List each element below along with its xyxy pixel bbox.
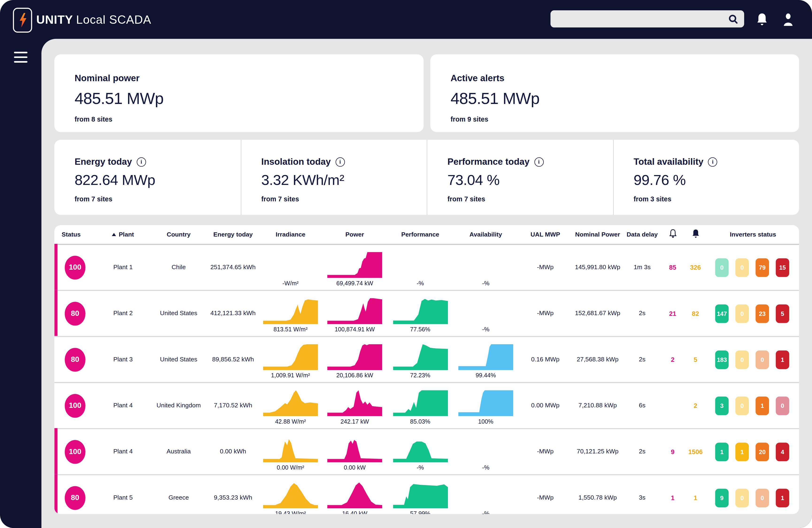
sparkline-chart xyxy=(263,343,318,370)
status-cell: 100 xyxy=(55,440,96,464)
inverter-status-chip: 9 xyxy=(715,488,728,507)
column-header-inverters-status[interactable]: Inverters status xyxy=(707,231,799,238)
inverters-status-cell: 1470235 xyxy=(707,304,799,323)
power-value: 16.40 kW xyxy=(342,510,367,514)
inverters-status-cell: 183001 xyxy=(707,350,799,369)
availability-cell: -% xyxy=(453,479,518,514)
status-badge: 80 xyxy=(65,348,85,371)
column-header-irradiance[interactable]: Irradiance xyxy=(259,231,322,238)
status-badge: 100 xyxy=(65,440,85,464)
sparkline-chart xyxy=(263,389,318,416)
table-row[interactable]: 100Plant 4Australia0.00 kWh0.00 W/m²0.00… xyxy=(55,428,799,474)
search-icon[interactable] xyxy=(727,13,739,25)
inverters-status-cell: 3010 xyxy=(707,396,799,415)
irradiance-value: 0.00 W/m² xyxy=(277,464,304,471)
nominal-power-value: 152,681.67 kWp xyxy=(572,309,623,318)
availability-value: -% xyxy=(482,510,490,514)
performance-value: 72.23% xyxy=(410,371,430,379)
user-profile-icon[interactable] xyxy=(782,0,794,39)
total-alarms-count: 1506 xyxy=(684,448,707,455)
card-label: Nominal power xyxy=(75,73,424,84)
column-header-alarms-filled[interactable] xyxy=(684,229,707,240)
column-header-country[interactable]: Country xyxy=(150,231,207,238)
data-delay-value: 6s xyxy=(623,401,661,410)
card-value: 485.51 MWp xyxy=(75,90,424,108)
sparkline-chart xyxy=(327,481,382,508)
column-header-plant[interactable]: Plant xyxy=(96,231,150,238)
ual-mwp-value: 0.16 MWp xyxy=(518,355,572,364)
availability-value: -% xyxy=(482,325,490,333)
column-header-energy-today[interactable]: Energy today xyxy=(207,231,259,238)
table-row[interactable]: 80Plant 2United States412,121.33 kWh813.… xyxy=(55,290,799,336)
ual-mwp-value: -MWp xyxy=(518,263,572,271)
search-input[interactable] xyxy=(551,15,727,23)
total-alarms-count: 326 xyxy=(684,264,707,271)
availability-value: 100% xyxy=(478,417,493,425)
inverter-status-chip: 0 xyxy=(756,350,769,369)
inverter-status-chip: 0 xyxy=(736,350,749,369)
inverter-status-chip: 0 xyxy=(736,258,749,277)
notifications-bell-icon[interactable] xyxy=(757,0,767,39)
table-row[interactable]: 80Plant 3United States89,856.52 kWh1,009… xyxy=(55,336,799,382)
info-icon[interactable] xyxy=(335,157,345,166)
column-header-availability[interactable]: Availability xyxy=(453,231,518,238)
column-header-nominal-power[interactable]: Nominal Power xyxy=(572,231,623,238)
metric-value: 3.32 KWh/m² xyxy=(261,172,427,188)
inverter-status-chip: 183 xyxy=(715,350,728,369)
card-subtext: from 9 sites xyxy=(450,115,799,123)
menu-icon[interactable] xyxy=(14,52,28,63)
performance-cell: 77.56% xyxy=(387,294,453,333)
table-row[interactable]: 100Plant 1Chile251,374.65 kWh-W/m²69,499… xyxy=(55,245,799,290)
total-alarms-count: 82 xyxy=(684,310,707,317)
bell-filled-icon xyxy=(692,229,699,239)
metric-energy-today: Energy today 822.64 MWp from 7 sites xyxy=(55,140,241,215)
inverter-status-chip: 1 xyxy=(756,396,769,415)
ual-mwp-value: 0.00 MWp xyxy=(518,401,572,410)
status-badge: 100 xyxy=(65,255,85,279)
availability-cell: -% xyxy=(453,294,518,333)
search-box[interactable] xyxy=(551,10,744,27)
inverters-status-cell: 11204 xyxy=(707,442,799,461)
app-window: UNITYLocal SCADA Nominal power 485.51 MW… xyxy=(0,0,812,528)
availability-value: 99.44% xyxy=(476,371,496,379)
info-icon[interactable] xyxy=(534,157,544,166)
sparkline-chart xyxy=(393,343,448,370)
table-row[interactable]: 100Plant 4United Kingdom7,170.52 kWh42.8… xyxy=(55,382,799,428)
inverter-status-chip: 1 xyxy=(715,442,728,461)
metric-label: Total availability xyxy=(634,156,704,167)
performance-cell: 85.03% xyxy=(387,386,453,425)
country: United States xyxy=(150,355,207,364)
inverter-status-chip: 0 xyxy=(736,304,749,323)
column-header-power[interactable]: Power xyxy=(322,231,387,238)
irradiance-cell: 813.51 W/m² xyxy=(259,294,322,333)
plant-name: Plant 5 xyxy=(96,494,150,502)
plant-name: Plant 4 xyxy=(96,448,150,456)
performance-cell: -% xyxy=(387,432,453,471)
card-label: Active alerts xyxy=(450,73,799,84)
status-cell: 100 xyxy=(55,394,96,417)
plant-name: Plant 1 xyxy=(96,263,150,271)
info-icon[interactable] xyxy=(708,157,717,166)
energy-today-value: 7,170.52 kWh xyxy=(207,401,259,410)
sparkline-chart xyxy=(263,481,318,508)
table-row[interactable]: 80Plant 5Greece9,353.23 kWh19.43 W/m²16.… xyxy=(55,474,799,514)
sparkline-chart xyxy=(327,251,382,278)
status-badge: 80 xyxy=(65,486,85,510)
column-header-data-delay[interactable]: Data delay xyxy=(623,231,661,238)
ual-mwp-value: -MWp xyxy=(518,448,572,456)
column-header-ual-mwp[interactable]: UAL MWP xyxy=(518,231,572,238)
column-header-performance[interactable]: Performance xyxy=(387,231,453,238)
inverter-status-chip: 1 xyxy=(736,442,749,461)
app-title-rest: Local SCADA xyxy=(76,13,151,26)
sort-ascending-icon xyxy=(112,233,116,236)
column-header-status[interactable]: Status xyxy=(55,231,96,238)
inverters-status-cell: 007915 xyxy=(707,258,799,277)
info-icon[interactable] xyxy=(136,157,146,166)
ual-mwp-value: -MWp xyxy=(518,494,572,502)
metric-total-availability: Total availability 99.76 % from 3 sites xyxy=(613,140,799,215)
inverter-status-chip: 147 xyxy=(715,304,728,323)
column-header-alarms-outline[interactable] xyxy=(661,229,684,240)
metric-performance-today: Performance today 73.04 % from 7 sites xyxy=(427,140,613,215)
sparkline-chart xyxy=(458,389,513,416)
app-title-bold: UNITY xyxy=(36,13,73,26)
